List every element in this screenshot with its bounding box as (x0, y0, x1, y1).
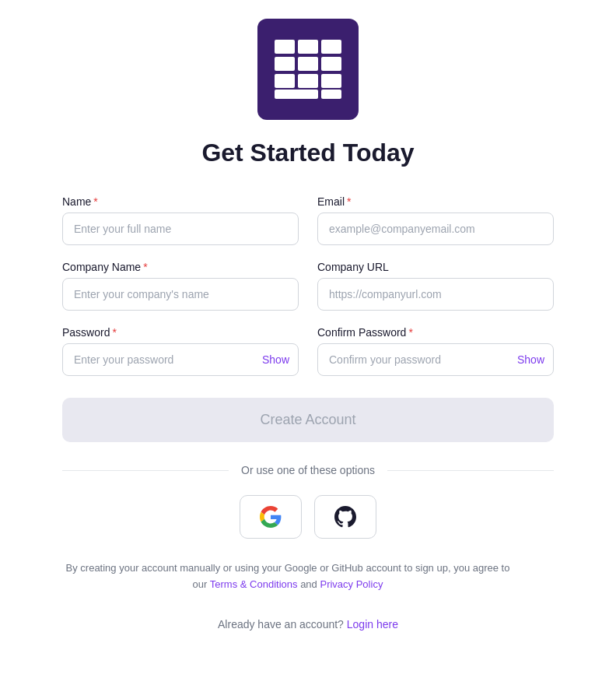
logo-icon (273, 38, 343, 100)
svg-rect-7 (298, 74, 318, 88)
company-row: Company Name* Company URL (62, 261, 554, 311)
logo-box (257, 19, 359, 120)
login-link[interactable]: Login here (347, 618, 398, 631)
confirm-password-label: Confirm Password* (317, 326, 554, 339)
divider-line-right (387, 470, 554, 471)
svg-rect-3 (275, 57, 295, 71)
svg-rect-5 (321, 57, 341, 71)
company-url-group: Company URL (317, 261, 554, 311)
email-group: Email* (317, 195, 554, 245)
company-url-input[interactable] (317, 278, 554, 311)
password-label: Password* (62, 326, 299, 339)
name-required: * (93, 195, 97, 208)
confirm-password-wrapper: Show (317, 343, 554, 376)
company-name-required: * (143, 261, 147, 273)
terms-link[interactable]: Terms & Conditions (210, 578, 298, 590)
divider-text: Or use one of these options (241, 464, 375, 476)
github-signin-button[interactable] (314, 495, 376, 539)
login-text: Already have an account? Login here (62, 618, 554, 631)
company-name-group: Company Name* (62, 261, 299, 311)
svg-rect-2 (321, 40, 341, 54)
company-name-label: Company Name* (62, 261, 299, 273)
password-show-button[interactable]: Show (262, 353, 289, 366)
confirm-password-show-button[interactable]: Show (517, 353, 544, 366)
company-name-input[interactable] (62, 278, 299, 311)
google-signin-button[interactable] (240, 495, 302, 539)
svg-rect-4 (298, 57, 318, 71)
svg-rect-10 (321, 90, 341, 99)
name-label: Name* (62, 195, 299, 208)
confirm-password-group: Confirm Password* Show (317, 326, 554, 376)
password-required: * (112, 326, 116, 339)
svg-rect-6 (275, 74, 295, 88)
svg-rect-8 (321, 74, 341, 88)
divider-section: Or use one of these options (62, 464, 554, 476)
page-container: Get Started Today Name* Email* Company (0, 0, 616, 662)
form-container: Name* Email* Company Name* Comp (62, 195, 554, 631)
social-buttons (62, 495, 554, 539)
create-account-button[interactable]: Create Account (62, 398, 554, 442)
svg-rect-9 (275, 90, 318, 99)
svg-rect-0 (275, 40, 295, 54)
logo-container (257, 19, 359, 120)
email-label: Email* (317, 195, 554, 208)
company-url-label: Company URL (317, 261, 554, 273)
github-icon (334, 506, 356, 528)
email-required: * (347, 195, 351, 208)
svg-rect-1 (298, 40, 318, 54)
name-input[interactable] (62, 213, 299, 245)
password-group: Password* Show (62, 326, 299, 376)
google-icon (260, 506, 282, 528)
name-email-row: Name* Email* (62, 195, 554, 245)
confirm-password-required: * (408, 326, 412, 339)
page-title: Get Started Today (201, 139, 414, 167)
password-wrapper: Show (62, 343, 299, 376)
privacy-link[interactable]: Privacy Policy (320, 578, 383, 590)
divider-line-left (62, 470, 229, 471)
terms-text: By creating your account manually or usi… (62, 560, 513, 593)
password-row: Password* Show Confirm Password* Show (62, 326, 554, 376)
email-input[interactable] (317, 213, 554, 245)
name-group: Name* (62, 195, 299, 245)
